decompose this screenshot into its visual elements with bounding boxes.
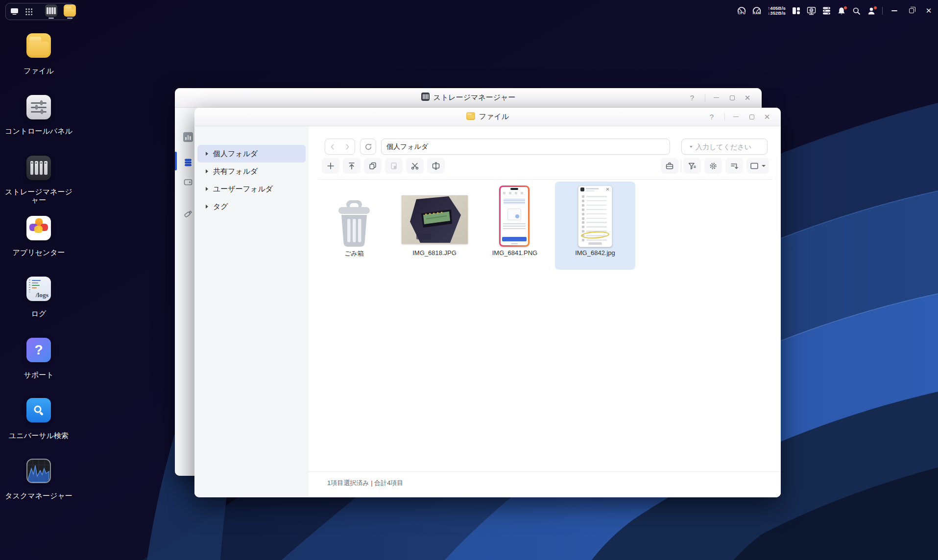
desktop-icon-control-panel[interactable]	[26, 95, 51, 119]
fs-help-button[interactable]: ?	[705, 108, 718, 126]
desktop-label-storage-manager[interactable]: ストレージマネージャー	[4, 187, 73, 204]
filter-icon	[688, 162, 697, 170]
path-input[interactable]	[386, 143, 665, 151]
desktop-label-universal-search[interactable]: ユニバーサル検索	[4, 431, 73, 440]
forward-button[interactable]	[340, 143, 355, 150]
desktop-icon-log-center[interactable]: /logs	[26, 277, 51, 301]
refresh-button[interactable]	[360, 139, 376, 155]
expand-arrow-icon[interactable]	[206, 169, 208, 173]
rename-button[interactable]	[427, 158, 445, 174]
briefcase-icon	[665, 162, 674, 170]
sm-hdd-icon[interactable]	[183, 177, 193, 187]
desktop-icon-file-station[interactable]	[26, 33, 51, 58]
fs-minimize-button[interactable]	[729, 108, 742, 126]
sidebar-item-label: 個人フォルダ	[213, 149, 258, 159]
taskbar-widget	[5, 3, 74, 20]
desktop-label-support[interactable]: サポート	[4, 371, 73, 379]
fs-maximize-button[interactable]	[746, 108, 758, 126]
settings-button[interactable]	[704, 158, 722, 174]
file-item-trash[interactable]: ごみ箱	[314, 182, 394, 270]
sm-overview-icon[interactable]	[183, 132, 193, 142]
cut-button[interactable]	[406, 158, 424, 174]
file-item-img-6842-selected[interactable]: IMG_6842.jpg	[555, 182, 635, 270]
ram-gauge-icon[interactable]: RAM	[752, 7, 761, 15]
desktop-icon-storage-manager[interactable]	[26, 156, 51, 180]
desktop-minimize-button[interactable]	[889, 10, 900, 11]
sort-button[interactable]	[725, 158, 743, 174]
sidebar-item-label: 共有フォルダ	[213, 167, 258, 176]
search-tray-icon[interactable]	[852, 7, 861, 15]
toolbar-group-divider	[681, 160, 681, 172]
cpu-gauge-icon[interactable]: CPU	[737, 7, 746, 15]
paste-button[interactable]	[385, 158, 403, 174]
create-button[interactable]	[322, 158, 339, 174]
sm-help-button[interactable]: ?	[686, 88, 698, 107]
notifications-bell-icon[interactable]	[837, 7, 846, 15]
sm-usb-icon[interactable]	[183, 209, 193, 219]
ram-label: RAM	[753, 12, 761, 15]
sidebar-item-label: ユーザーフォルダ	[213, 185, 273, 194]
expand-arrow-icon[interactable]	[206, 187, 208, 191]
file-station-title: ファイル	[479, 112, 509, 121]
sm-minimize-button[interactable]	[710, 88, 722, 107]
search-box[interactable]	[681, 139, 768, 155]
copy-button[interactable]	[364, 158, 382, 174]
show-desktop-icon[interactable]	[10, 8, 19, 15]
copy-icon	[368, 162, 377, 170]
sliders-icon	[31, 102, 47, 104]
fs-close-button[interactable]: ✕	[761, 108, 773, 126]
view-mode-button[interactable]	[746, 158, 769, 174]
network-speed[interactable]: ↑405B/s ↓352B/s	[768, 6, 786, 16]
desktop-label-log-center[interactable]: ログ	[4, 309, 73, 318]
upload-button[interactable]	[343, 158, 361, 174]
filter-button[interactable]	[683, 158, 701, 174]
file-item-img-6841[interactable]: IMG_6841.PNG	[475, 182, 555, 270]
sm-storage-icon[interactable]	[183, 158, 193, 167]
refresh-icon	[364, 143, 372, 151]
plus-icon	[326, 162, 335, 170]
expand-arrow-icon[interactable]	[206, 152, 208, 156]
expand-arrow-icon[interactable]	[206, 205, 208, 209]
desktop-icon-support[interactable]: ?	[26, 338, 51, 362]
nas-bays-icon	[30, 161, 34, 175]
file-station-sidebar: 個人フォルダ 共有フォルダ ユーザーフォルダ タグ	[194, 126, 309, 497]
storage-manager-titlebar[interactable]: ストレージマネージャー ? ✕	[175, 88, 762, 108]
desktop-label-task-manager[interactable]: タスクマネージャー	[4, 491, 73, 500]
tools-button[interactable]	[661, 158, 678, 174]
widgets-icon[interactable]	[792, 7, 800, 15]
file-station-statusbar: 1項目選択済み | 合計4項目	[309, 471, 781, 497]
magnifier-icon	[31, 403, 46, 418]
server-stack-icon[interactable]	[822, 7, 831, 15]
remote-monitor-icon[interactable]	[807, 7, 816, 15]
sidebar-item-shared-folder[interactable]: 共有フォルダ	[197, 163, 306, 180]
toolbar-divider	[318, 179, 772, 180]
user-account-icon[interactable]	[867, 7, 876, 15]
back-button[interactable]	[325, 143, 340, 150]
desktop-close-button[interactable]: ✕	[923, 6, 934, 15]
search-options-caret-icon[interactable]	[690, 146, 693, 148]
sm-maximize-button[interactable]	[726, 88, 739, 107]
path-bar[interactable]	[381, 139, 670, 155]
gear-icon	[709, 162, 718, 170]
file-station-window: ファイル ? ✕ 個人フォルダ 共有フォルダ ユーザーフォルダ タグ	[194, 108, 781, 497]
search-input[interactable]	[696, 143, 781, 151]
sidebar-item-tags[interactable]: タグ	[197, 198, 306, 215]
main-menu-icon[interactable]	[25, 8, 32, 15]
sidebar-item-personal-folder[interactable]: 個人フォルダ	[197, 145, 306, 163]
desktop-icon-task-manager[interactable]	[26, 459, 51, 483]
taskbar-file-station-icon[interactable]	[64, 4, 76, 19]
view-icon	[750, 162, 759, 170]
file-station-titlebar[interactable]: ファイル ? ✕	[194, 108, 781, 126]
desktop-label-file-station[interactable]: ファイル	[4, 67, 73, 75]
taskbar-storage-manager-icon[interactable]	[45, 4, 57, 19]
desktop-restore-button[interactable]	[906, 8, 917, 13]
file-name: IMG_6818.JPG	[396, 249, 473, 257]
desktop-icon-package-center[interactable]	[26, 216, 51, 240]
desktop-label-control-panel[interactable]: コントロールパネル	[4, 127, 73, 135]
sidebar-item-user-folder[interactable]: ユーザーフォルダ	[197, 180, 306, 198]
desktop-icon-universal-search[interactable]	[26, 398, 51, 422]
file-item-img-6818[interactable]: IMG_6818.JPG	[394, 182, 475, 270]
file-station-app-icon	[466, 112, 475, 122]
desktop-label-package-center[interactable]: アプリセンター	[4, 248, 73, 257]
sm-close-button[interactable]: ✕	[741, 88, 754, 107]
